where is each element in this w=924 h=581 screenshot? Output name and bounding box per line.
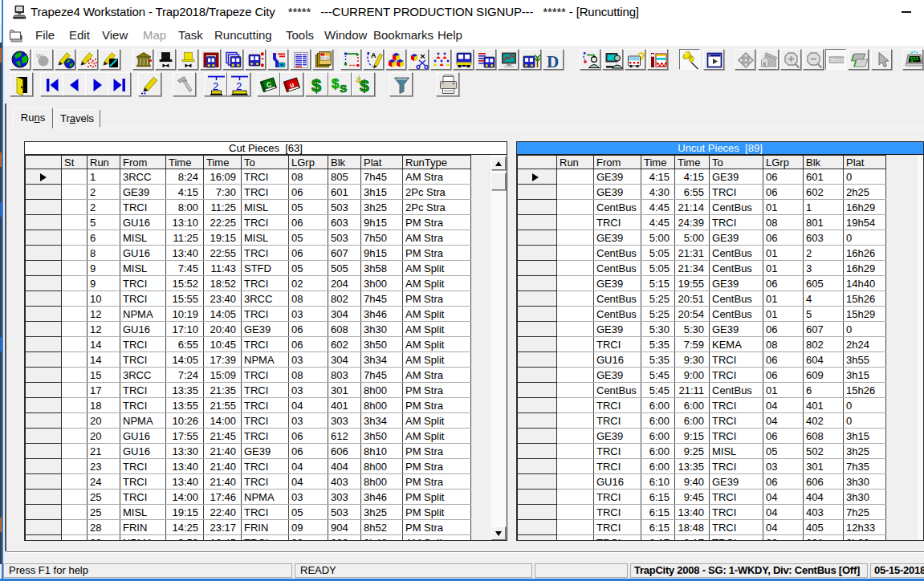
svg-text:A: A <box>371 51 377 59</box>
svg-text:$: $ <box>311 75 321 95</box>
svg-text:D: D <box>547 52 559 71</box>
svg-text:$: $ <box>332 76 340 91</box>
svg-text:Street: Street <box>830 57 845 63</box>
svg-text:$: $ <box>360 76 369 95</box>
svg-text:s: s <box>340 80 347 95</box>
